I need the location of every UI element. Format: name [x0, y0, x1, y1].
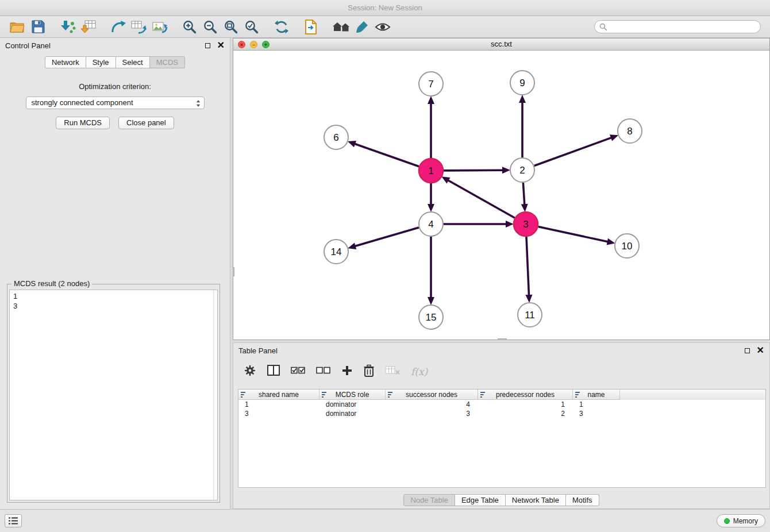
home-icon — [332, 20, 351, 34]
add-row-button[interactable] — [341, 365, 353, 379]
gear-icon — [244, 364, 256, 377]
delete-row-button[interactable] — [364, 364, 374, 380]
control-panel-header: Control Panel ✕ — [0, 38, 230, 53]
network-window-titlebar[interactable]: × – + scc.txt — [233, 38, 769, 51]
result-item[interactable]: 1 — [10, 291, 217, 301]
graph-edge-3-1[interactable] — [448, 180, 515, 218]
tab-edge-table[interactable]: Edge Table — [455, 494, 506, 506]
paintbrush-icon — [355, 20, 369, 34]
zoom-in-button[interactable] — [179, 17, 200, 37]
optimization-criterion-select[interactable]: strongly connected component — [26, 97, 205, 109]
table-row[interactable]: 3dominator323 — [238, 409, 765, 418]
show-hide-graphics-button[interactable] — [372, 17, 393, 37]
minimize-window-icon[interactable]: – — [250, 41, 257, 48]
column-header-predecessor-nodes[interactable]: predecessor nodes — [478, 390, 573, 400]
result-list-scrollbar[interactable] — [213, 290, 217, 500]
graph-edge-1-6[interactable] — [355, 144, 419, 166]
save-session-button[interactable] — [28, 17, 48, 37]
network-table-button[interactable] — [129, 17, 149, 37]
graph-node-label: 1 — [428, 165, 433, 176]
delete-table-button[interactable] — [385, 365, 400, 378]
table-cell: 2 — [478, 409, 573, 418]
open-file-button[interactable] — [7, 17, 28, 37]
column-header-label: name — [587, 391, 605, 399]
column-header-mcds-role[interactable]: MCDS role — [319, 390, 386, 400]
close-window-icon[interactable]: × — [238, 41, 245, 48]
tab-motifs[interactable]: Motifs — [566, 494, 599, 506]
refresh-button[interactable] — [271, 17, 292, 37]
run-mcds-button[interactable]: Run MCDS — [56, 117, 110, 129]
table-panel-title: Table Panel — [238, 346, 278, 355]
deselect-all-button[interactable] — [316, 367, 330, 377]
tab-node-table[interactable]: Node Table — [403, 494, 455, 506]
search-input[interactable] — [594, 20, 761, 33]
graph-edge-3-11[interactable] — [526, 237, 529, 295]
graph-node-label: 3 — [523, 219, 528, 230]
graph-edge-2-3[interactable] — [523, 183, 524, 205]
import-network-button[interactable] — [57, 17, 78, 37]
network-window-title: scc.txt — [491, 40, 512, 48]
sort-icon — [575, 392, 581, 398]
export-image-button[interactable] — [149, 17, 170, 37]
search-icon — [599, 23, 607, 31]
list-icon — [9, 517, 18, 525]
graph-node-label: 6 — [333, 132, 338, 143]
import-table-button[interactable] — [78, 17, 99, 37]
tab-style[interactable]: Style — [86, 56, 116, 68]
new-network-button[interactable] — [108, 17, 129, 37]
tab-mcds[interactable]: MCDS — [150, 56, 185, 68]
mcds-result-title: MCDS result (2 nodes) — [11, 279, 92, 288]
style-button[interactable] — [352, 17, 372, 37]
result-item[interactable]: 3 — [10, 301, 217, 311]
float-table-panel-icon[interactable] — [745, 348, 750, 353]
main-toolbar — [0, 16, 770, 38]
optimization-criterion-label: Optimization criterion: — [0, 82, 230, 91]
control-panel-tabs: NetworkStyleSelectMCDS — [0, 56, 230, 68]
selected-document-icon — [305, 20, 318, 34]
save-icon — [32, 20, 45, 33]
zoom-out-button[interactable] — [200, 17, 221, 37]
table-settings-button[interactable] — [244, 364, 256, 379]
network-graph[interactable]: 7968124314101511 — [233, 51, 769, 340]
plus-icon — [341, 365, 353, 376]
select-all-button[interactable] — [291, 367, 305, 377]
close-panel-icon[interactable]: ✕ — [217, 41, 225, 50]
tab-select[interactable]: Select — [116, 56, 150, 68]
task-history-button[interactable] — [5, 514, 22, 527]
close-panel-button[interactable]: Close panel — [118, 117, 174, 129]
column-header-successor-nodes[interactable]: successor nodes — [386, 390, 478, 400]
tab-network-table[interactable]: Network Table — [506, 494, 566, 506]
table-cell: 1 — [238, 400, 319, 409]
home-button[interactable] — [331, 17, 352, 37]
delete-table-icon — [385, 365, 400, 376]
sort-icon — [322, 392, 328, 398]
graph-edge-3-10[interactable] — [538, 227, 608, 242]
zoom-selected-button[interactable] — [241, 17, 262, 37]
node-table: shared nameMCDS rolesuccessor nodesprede… — [238, 389, 766, 488]
zoom-fit-button[interactable] — [221, 17, 241, 37]
close-table-panel-icon[interactable]: ✕ — [757, 346, 764, 355]
network-table-icon — [131, 20, 147, 34]
column-header-shared-name[interactable]: shared name — [238, 390, 319, 400]
unchecked-boxes-icon — [316, 367, 330, 375]
graph-edge-1-2[interactable] — [444, 170, 503, 171]
maximize-window-icon[interactable]: + — [262, 41, 270, 48]
splitter-grip-horizontal[interactable] — [498, 338, 507, 340]
open-folder-icon — [10, 21, 25, 33]
column-header-name[interactable]: name — [573, 390, 620, 400]
graph-edge-2-8[interactable] — [534, 138, 611, 166]
first-neighbors-button[interactable] — [301, 17, 322, 37]
splitter-grip-vertical[interactable] — [233, 267, 234, 276]
column-header-label: successor nodes — [406, 391, 457, 399]
memory-button[interactable]: Memory — [717, 514, 765, 527]
show-columns-button[interactable] — [267, 365, 280, 379]
table-row[interactable]: 1dominator411 — [238, 400, 765, 409]
graph-edge-4-14[interactable] — [355, 228, 419, 246]
refresh-icon — [274, 20, 289, 34]
graph-node-label: 14 — [331, 246, 342, 257]
zoom-out-icon — [203, 20, 218, 34]
tab-network[interactable]: Network — [45, 56, 86, 68]
function-builder-button[interactable]: f(x) — [411, 366, 428, 377]
float-panel-icon[interactable] — [205, 43, 210, 48]
table-cell: 1 — [573, 400, 620, 409]
